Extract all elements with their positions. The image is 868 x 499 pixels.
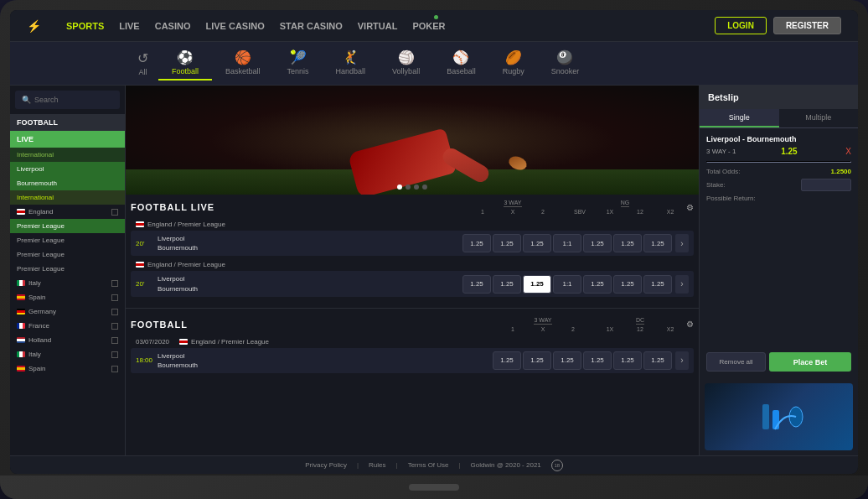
holland-checkbox[interactable] <box>111 337 118 344</box>
holland-flag <box>17 337 25 343</box>
sidebar-item-premier-league-4[interactable]: Premier League <box>10 262 125 276</box>
tab-snooker[interactable]: 🎱 Snooker <box>538 46 593 81</box>
nav-casino[interactable]: CASINO <box>155 21 191 31</box>
football-header: FOOTBALL 3 WAY 1 X 2 D <box>131 317 694 332</box>
match2-odd-5[interactable]: 1.25 <box>583 275 612 294</box>
sidebar-item-germany[interactable]: Germany <box>10 304 125 319</box>
tab-basketball[interactable]: 🏀 Basketball <box>212 46 274 81</box>
football-filter-icon[interactable]: ⚙ <box>686 320 694 329</box>
germany-checkbox[interactable] <box>111 309 118 315</box>
sidebar-item-international-1[interactable]: International <box>10 148 125 162</box>
spain-checkbox[interactable] <box>111 294 118 301</box>
nav-live[interactable]: LIVE <box>119 21 139 31</box>
search-box[interactable]: 🔍 <box>15 91 120 109</box>
match2-odd-7[interactable]: 1.25 <box>643 275 672 294</box>
football-odd-1[interactable]: 1.25 <box>493 351 521 370</box>
match1-odd-2[interactable]: 1.25 <box>493 234 521 252</box>
login-button[interactable]: LOGIN <box>715 17 767 34</box>
bet-type-row: 3 WAY - 1 1.25 X <box>706 147 851 156</box>
sidebar-item-england[interactable]: England <box>10 205 125 219</box>
filter-icon[interactable]: ⚙ <box>686 203 694 212</box>
football-odd-6[interactable]: 1.25 <box>643 351 672 370</box>
nav-sports[interactable]: SPORTS <box>66 21 104 31</box>
england-checkbox[interactable] <box>111 209 118 216</box>
betslip-tab-single[interactable]: Single <box>700 109 779 127</box>
tab-tennis[interactable]: 🎾 Tennis <box>274 46 323 81</box>
match1-odd-4[interactable]: 1:1 <box>553 234 581 252</box>
football-odd-5[interactable]: 1.25 <box>613 351 642 370</box>
sidebar-item-label: Italy <box>28 279 41 287</box>
remove-all-button[interactable]: Remove all <box>706 352 766 372</box>
match2-odd-1[interactable]: 1.25 <box>462 275 491 294</box>
stake-input[interactable] <box>801 179 851 191</box>
sidebar-item-italy-2[interactable]: Italy <box>10 347 125 361</box>
total-odds-row: Total Odds: 1.2500 <box>706 168 851 175</box>
col-ng-title: NG <box>621 200 630 207</box>
match2-odd-6[interactable]: 1.25 <box>613 275 642 294</box>
carousel-dot-1[interactable] <box>397 185 402 190</box>
col-3way-title: 3 WAY <box>504 200 521 207</box>
football-odd-3[interactable]: 1.25 <box>553 351 581 370</box>
tab-rugby[interactable]: 🏉 Rugby <box>489 46 538 81</box>
football-match-league: England / Premier League <box>191 338 269 346</box>
tab-handball[interactable]: 🤾 Handball <box>323 46 380 81</box>
tab-volleyball[interactable]: 🏐 Vollyball <box>379 46 433 81</box>
match1-odd-3[interactable]: 1.25 <box>523 234 551 252</box>
match1-odd-7[interactable]: 1.25 <box>643 234 672 252</box>
sidebar-item-france[interactable]: France <box>10 319 125 333</box>
nav-virtual[interactable]: VIRTUAL <box>358 21 398 31</box>
italy-checkbox[interactable] <box>111 280 118 287</box>
carousel-dot-2[interactable] <box>406 185 411 190</box>
match2-odd-3[interactable]: 1.25 <box>523 275 551 294</box>
terms-link[interactable]: Terms Of Use <box>408 461 449 469</box>
section-divider <box>126 308 699 309</box>
bet-close-icon[interactable]: X <box>845 147 851 156</box>
place-bet-button[interactable]: Place Bet <box>769 352 851 372</box>
sports-tabs-bar: ↺ All ⚽ Football 🏀 Basketball 🎾 Tennis 🤾… <box>10 42 858 86</box>
sidebar-item-international-2[interactable]: International <box>10 190 125 205</box>
col-1x-label: 1X <box>596 209 624 215</box>
spain2-checkbox[interactable] <box>111 366 118 372</box>
carousel-dot-4[interactable] <box>422 185 427 190</box>
sidebar-item-spain-2[interactable]: Spain <box>10 361 125 376</box>
football-odd-4[interactable]: 1.25 <box>583 351 612 370</box>
sidebar-item-premier-league-1[interactable]: Premier League <box>10 219 125 233</box>
betslip-tab-multiple[interactable]: Multiple <box>779 109 859 127</box>
match-league-row-2: England / Premier League <box>131 258 694 271</box>
privacy-policy-link[interactable]: Privacy Policy <box>305 461 347 469</box>
register-button[interactable]: REGISTER <box>773 17 841 34</box>
football-odd-2[interactable]: 1.25 <box>523 351 551 370</box>
sidebar-item-bournemouth[interactable]: Bournemouth <box>10 176 125 190</box>
tab-all[interactable]: ↺ All <box>127 47 158 80</box>
france-checkbox[interactable] <box>111 323 118 330</box>
sidebar-item-italy[interactable]: Italy <box>10 276 125 290</box>
search-input[interactable] <box>34 96 113 104</box>
sidebar-item-premier-league-3[interactable]: Premier League <box>10 247 125 262</box>
sidebar-item-spain[interactable]: Spain <box>10 290 125 304</box>
col-x-label: X <box>499 209 527 215</box>
match2-odd-2[interactable]: 1.25 <box>493 275 521 294</box>
italy2-checkbox[interactable] <box>111 351 118 358</box>
nav-live-casino[interactable]: LIVE CASINO <box>205 21 264 31</box>
sidebar-item-premier-league-2[interactable]: Premier League <box>10 233 125 247</box>
carousel-dot-3[interactable] <box>414 185 419 190</box>
match1-odd-1[interactable]: 1.25 <box>462 234 491 252</box>
football-match-more-btn[interactable]: › <box>675 351 689 370</box>
tab-baseball[interactable]: ⚾ Baseball <box>433 46 489 81</box>
match-row-1: 20' Liverpool Bournemouth 1.25 1.25 1.25… <box>131 231 694 256</box>
sidebar-item-liverpool[interactable]: Liverpool <box>10 162 125 176</box>
match1-odd-5[interactable]: 1.25 <box>583 234 612 252</box>
col-3way-subs: 1 X 2 <box>468 209 557 215</box>
match2-odd-4[interactable]: 1:1 <box>553 275 581 294</box>
nav-poker[interactable]: POKER <box>412 21 445 31</box>
match1-more-btn[interactable]: › <box>675 234 689 252</box>
tab-football[interactable]: ⚽ Football <box>158 46 212 81</box>
sidebar-item-holland[interactable]: Holland <box>10 333 125 347</box>
nav-star-casino[interactable]: STAR CASINO <box>280 21 343 31</box>
match1-odd-6[interactable]: 1.25 <box>613 234 642 252</box>
main-layout: 🔍 FOOTBALL LIVE International Liverpool … <box>10 86 858 455</box>
football-col-3way-title: 3 WAY <box>534 317 551 325</box>
football-date: 03/07/2020 <box>136 338 169 346</box>
rules-link[interactable]: Rules <box>369 461 385 469</box>
match2-more-btn[interactable]: › <box>675 275 689 294</box>
